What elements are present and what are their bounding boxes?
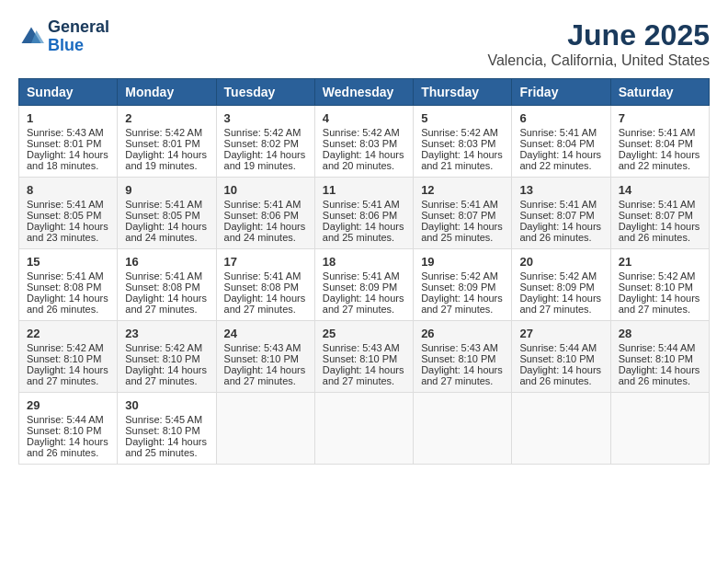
- day-info: Sunrise: 5:42 AM Sunset: 8:10 PM Dayligh…: [27, 342, 108, 386]
- calendar-cell: 1Sunrise: 5:43 AM Sunset: 8:01 PM Daylig…: [19, 106, 118, 178]
- calendar-cell: 18Sunrise: 5:41 AM Sunset: 8:09 PM Dayli…: [314, 249, 413, 321]
- calendar-week-4: 22Sunrise: 5:42 AM Sunset: 8:10 PM Dayli…: [19, 321, 710, 393]
- calendar-week-2: 8Sunrise: 5:41 AM Sunset: 8:05 PM Daylig…: [19, 178, 710, 249]
- day-info: Sunrise: 5:42 AM Sunset: 8:03 PM Dayligh…: [421, 127, 503, 171]
- day-info: Sunrise: 5:43 AM Sunset: 8:10 PM Dayligh…: [421, 342, 503, 386]
- day-header-monday: Monday: [118, 79, 216, 106]
- calendar-cell: [314, 393, 413, 465]
- calendar-cell: 9Sunrise: 5:41 AM Sunset: 8:05 PM Daylig…: [118, 178, 216, 249]
- day-info: Sunrise: 5:45 AM Sunset: 8:10 PM Dayligh…: [125, 414, 207, 458]
- calendar-cell: 5Sunrise: 5:42 AM Sunset: 8:03 PM Daylig…: [414, 106, 512, 178]
- day-info: Sunrise: 5:41 AM Sunset: 8:08 PM Dayligh…: [125, 270, 207, 315]
- day-info: Sunrise: 5:42 AM Sunset: 8:09 PM Dayligh…: [519, 270, 601, 315]
- day-number: 20: [519, 255, 602, 269]
- day-info: Sunrise: 5:44 AM Sunset: 8:10 PM Dayligh…: [519, 342, 601, 386]
- calendar-cell: 3Sunrise: 5:42 AM Sunset: 8:02 PM Daylig…: [216, 106, 314, 178]
- title-area: June 2025 Valencia, California, United S…: [487, 18, 710, 69]
- day-number: 22: [27, 327, 109, 340]
- day-info: Sunrise: 5:41 AM Sunset: 8:05 PM Dayligh…: [125, 199, 207, 243]
- day-info: Sunrise: 5:41 AM Sunset: 8:08 PM Dayligh…: [224, 270, 306, 315]
- day-number: 1: [27, 111, 109, 125]
- day-info: Sunrise: 5:41 AM Sunset: 8:04 PM Dayligh…: [619, 127, 700, 171]
- day-header-sunday: Sunday: [19, 79, 118, 106]
- day-info: Sunrise: 5:41 AM Sunset: 8:08 PM Dayligh…: [27, 270, 108, 315]
- day-number: 4: [323, 111, 405, 125]
- calendar-table: SundayMondayTuesdayWednesdayThursdayFrid…: [18, 78, 710, 465]
- calendar-cell: [610, 393, 709, 465]
- day-number: 13: [519, 183, 602, 197]
- calendar-cell: 10Sunrise: 5:41 AM Sunset: 8:06 PM Dayli…: [216, 178, 314, 249]
- day-number: 14: [619, 183, 701, 197]
- calendar-cell: 27Sunrise: 5:44 AM Sunset: 8:10 PM Dayli…: [512, 321, 610, 393]
- day-info: Sunrise: 5:41 AM Sunset: 8:06 PM Dayligh…: [224, 199, 306, 243]
- calendar-cell: 21Sunrise: 5:42 AM Sunset: 8:10 PM Dayli…: [610, 249, 709, 321]
- day-number: 29: [27, 398, 109, 412]
- day-info: Sunrise: 5:41 AM Sunset: 8:05 PM Dayligh…: [27, 199, 108, 243]
- day-info: Sunrise: 5:43 AM Sunset: 8:01 PM Dayligh…: [27, 127, 108, 171]
- day-number: 3: [224, 111, 307, 125]
- day-info: Sunrise: 5:41 AM Sunset: 8:07 PM Dayligh…: [619, 199, 700, 243]
- day-info: Sunrise: 5:41 AM Sunset: 8:07 PM Dayligh…: [421, 199, 503, 243]
- calendar-cell: 2Sunrise: 5:42 AM Sunset: 8:01 PM Daylig…: [118, 106, 216, 178]
- day-number: 8: [27, 183, 109, 197]
- day-info: Sunrise: 5:41 AM Sunset: 8:09 PM Dayligh…: [323, 270, 404, 315]
- calendar-cell: 12Sunrise: 5:41 AM Sunset: 8:07 PM Dayli…: [414, 178, 512, 249]
- day-header-wednesday: Wednesday: [314, 79, 413, 106]
- calendar-cell: 6Sunrise: 5:41 AM Sunset: 8:04 PM Daylig…: [512, 106, 610, 178]
- day-number: 5: [421, 111, 504, 125]
- day-number: 28: [619, 327, 701, 340]
- day-number: 15: [27, 255, 109, 269]
- logo: General Blue: [18, 18, 109, 55]
- calendar-cell: [216, 393, 314, 465]
- calendar-cell: 16Sunrise: 5:41 AM Sunset: 8:08 PM Dayli…: [118, 249, 216, 321]
- day-info: Sunrise: 5:43 AM Sunset: 8:10 PM Dayligh…: [323, 342, 404, 386]
- day-header-thursday: Thursday: [414, 79, 512, 106]
- day-number: 21: [619, 255, 701, 269]
- day-number: 23: [125, 327, 208, 340]
- day-number: 11: [323, 183, 405, 197]
- calendar-cell: 22Sunrise: 5:42 AM Sunset: 8:10 PM Dayli…: [19, 321, 118, 393]
- day-info: Sunrise: 5:42 AM Sunset: 8:09 PM Dayligh…: [421, 270, 503, 315]
- calendar-subtitle: Valencia, California, United States: [487, 52, 710, 69]
- day-number: 2: [125, 111, 208, 125]
- calendar-week-1: 1Sunrise: 5:43 AM Sunset: 8:01 PM Daylig…: [19, 106, 710, 178]
- calendar-cell: 24Sunrise: 5:43 AM Sunset: 8:10 PM Dayli…: [216, 321, 314, 393]
- calendar-cell: 25Sunrise: 5:43 AM Sunset: 8:10 PM Dayli…: [314, 321, 413, 393]
- calendar-cell: 15Sunrise: 5:41 AM Sunset: 8:08 PM Dayli…: [19, 249, 118, 321]
- day-info: Sunrise: 5:42 AM Sunset: 8:02 PM Dayligh…: [224, 127, 306, 171]
- day-info: Sunrise: 5:41 AM Sunset: 8:04 PM Dayligh…: [519, 127, 601, 171]
- calendar-cell: [512, 393, 610, 465]
- calendar-cell: [414, 393, 512, 465]
- calendar-cell: 29Sunrise: 5:44 AM Sunset: 8:10 PM Dayli…: [19, 393, 118, 465]
- calendar-header-row: SundayMondayTuesdayWednesdayThursdayFrid…: [19, 79, 710, 106]
- calendar-title: June 2025: [487, 18, 710, 52]
- day-info: Sunrise: 5:42 AM Sunset: 8:10 PM Dayligh…: [125, 342, 207, 386]
- day-header-friday: Friday: [512, 79, 610, 106]
- logo-icon: [18, 24, 44, 50]
- day-number: 24: [224, 327, 307, 340]
- calendar-week-5: 29Sunrise: 5:44 AM Sunset: 8:10 PM Dayli…: [19, 393, 710, 465]
- day-number: 19: [421, 255, 504, 269]
- day-info: Sunrise: 5:42 AM Sunset: 8:01 PM Dayligh…: [125, 127, 207, 171]
- day-info: Sunrise: 5:42 AM Sunset: 8:10 PM Dayligh…: [619, 270, 700, 315]
- calendar-cell: 28Sunrise: 5:44 AM Sunset: 8:10 PM Dayli…: [610, 321, 709, 393]
- day-number: 25: [323, 327, 405, 340]
- day-number: 18: [323, 255, 405, 269]
- calendar-cell: 20Sunrise: 5:42 AM Sunset: 8:09 PM Dayli…: [512, 249, 610, 321]
- day-number: 26: [421, 327, 504, 340]
- calendar-cell: 26Sunrise: 5:43 AM Sunset: 8:10 PM Dayli…: [414, 321, 512, 393]
- day-number: 6: [519, 111, 602, 125]
- page-header: General Blue June 2025 Valencia, Califor…: [18, 18, 710, 69]
- day-number: 30: [125, 398, 208, 412]
- day-number: 17: [224, 255, 307, 269]
- calendar-cell: 8Sunrise: 5:41 AM Sunset: 8:05 PM Daylig…: [19, 178, 118, 249]
- day-number: 9: [125, 183, 208, 197]
- calendar-cell: 13Sunrise: 5:41 AM Sunset: 8:07 PM Dayli…: [512, 178, 610, 249]
- calendar-cell: 30Sunrise: 5:45 AM Sunset: 8:10 PM Dayli…: [118, 393, 216, 465]
- logo-text: General Blue: [48, 18, 109, 55]
- calendar-cell: 14Sunrise: 5:41 AM Sunset: 8:07 PM Dayli…: [610, 178, 709, 249]
- calendar-cell: 19Sunrise: 5:42 AM Sunset: 8:09 PM Dayli…: [414, 249, 512, 321]
- day-info: Sunrise: 5:42 AM Sunset: 8:03 PM Dayligh…: [323, 127, 404, 171]
- day-number: 12: [421, 183, 504, 197]
- calendar-cell: 7Sunrise: 5:41 AM Sunset: 8:04 PM Daylig…: [610, 106, 709, 178]
